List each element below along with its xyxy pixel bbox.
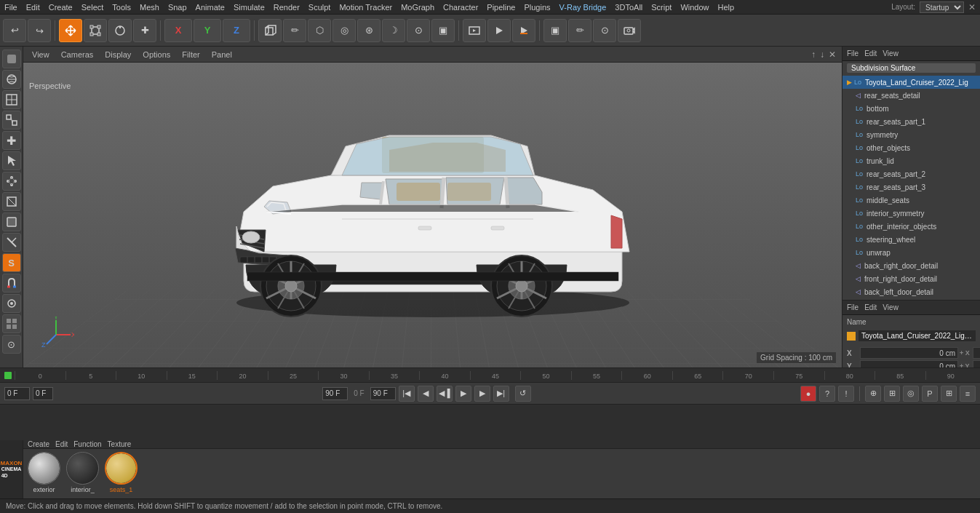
- left-tool-points[interactable]: [2, 172, 21, 191]
- viewport-icon-1[interactable]: ↑: [811, 49, 816, 60]
- curve-tool[interactable]: ☽: [382, 19, 405, 42]
- left-tool-solid[interactable]: [2, 49, 21, 68]
- undo-button[interactable]: ↩: [3, 19, 26, 42]
- motion-button[interactable]: ⊕: [865, 386, 881, 402]
- viewport-canvas[interactable]: Perspective: [23, 63, 842, 367]
- menu-sculpt[interactable]: Sculpt: [308, 3, 331, 12]
- start-frame-input[interactable]: [4, 387, 30, 400]
- select-tool[interactable]: ✚: [133, 19, 156, 42]
- layout-select[interactable]: Startup: [920, 1, 964, 13]
- left-tool-knife[interactable]: [2, 233, 21, 252]
- menu-vray-bridge[interactable]: V-Ray Bridge: [559, 3, 607, 12]
- motion2-button[interactable]: ⊞: [884, 386, 900, 402]
- play-button[interactable]: ▶: [455, 386, 471, 402]
- menu-plugins[interactable]: Plugins: [524, 3, 550, 12]
- mat-edit[interactable]: Edit: [55, 440, 68, 448]
- play-back-button[interactable]: ◀▐: [437, 386, 453, 402]
- sx-input[interactable]: [973, 347, 980, 359]
- left-tool-uv[interactable]: [2, 90, 21, 109]
- tree-item-11[interactable]: Lo steering_wheel: [842, 233, 980, 246]
- menu-mograph[interactable]: MoGraph: [401, 3, 434, 12]
- object-name-value[interactable]: Toyota_Land_Cruiser_2022_Light_: [859, 330, 976, 341]
- viewport-tab-cameras[interactable]: Cameras: [58, 49, 97, 60]
- material-swatch-seats[interactable]: [105, 452, 138, 485]
- viewport-tab-filter[interactable]: Filter: [179, 49, 202, 60]
- attr-file[interactable]: File: [847, 303, 859, 311]
- tree-item-10[interactable]: Lo other_interior_objects: [842, 220, 980, 233]
- menu-mesh[interactable]: Mesh: [140, 3, 159, 12]
- menu-window[interactable]: Window: [680, 3, 709, 12]
- record-button[interactable]: ●: [800, 386, 816, 402]
- tree-item-3[interactable]: Lo symmetry: [842, 128, 980, 141]
- left-tool-wireframe[interactable]: [2, 70, 21, 89]
- pencil-tool[interactable]: ✏: [283, 19, 306, 42]
- step-forward-button[interactable]: ▶: [474, 386, 490, 402]
- render-settings[interactable]: [512, 19, 535, 42]
- left-tool-snapping[interactable]: [2, 111, 21, 130]
- attr-view[interactable]: View: [883, 303, 899, 311]
- tree-item-9[interactable]: Lo interior_symmetry: [842, 207, 980, 220]
- tree-item-7[interactable]: Lo rear_seats_part_3: [842, 180, 980, 194]
- hex-tool[interactable]: ⬡: [308, 19, 331, 42]
- menu-select[interactable]: Select: [81, 3, 104, 12]
- x-axis-btn[interactable]: X: [164, 19, 192, 42]
- menu-script[interactable]: Script: [651, 3, 672, 12]
- left-tool-selection[interactable]: [2, 151, 21, 170]
- menu-edit[interactable]: Edit: [26, 3, 40, 12]
- left-tool-viewport-solo[interactable]: ⊙: [2, 335, 21, 354]
- timeline-track-area[interactable]: [0, 405, 980, 440]
- floor-tool[interactable]: ▣: [543, 19, 567, 42]
- go-end-button[interactable]: ▶|: [493, 386, 509, 402]
- menu-snap[interactable]: Snap: [168, 3, 187, 12]
- y-input[interactable]: [860, 360, 958, 367]
- viewport-icon-3[interactable]: ✕: [829, 49, 836, 60]
- end-frame-input[interactable]: [322, 387, 348, 400]
- viewport-tab-panel[interactable]: Panel: [209, 49, 235, 60]
- tree-item-4[interactable]: Lo other_objects: [842, 141, 980, 154]
- rotate-tool[interactable]: [108, 19, 132, 42]
- render-btn[interactable]: [487, 19, 511, 42]
- left-tool-faces[interactable]: [2, 212, 21, 231]
- viewport-icon-2[interactable]: ↓: [820, 49, 824, 60]
- sky-tool[interactable]: ✏: [568, 19, 591, 42]
- x-input[interactable]: [860, 347, 958, 359]
- header-edit[interactable]: Edit: [864, 49, 877, 57]
- header-file[interactable]: File: [847, 49, 859, 57]
- menu-help[interactable]: Help: [718, 3, 735, 12]
- menu-create[interactable]: Create: [49, 3, 73, 12]
- menu-character[interactable]: Character: [443, 3, 478, 12]
- z-axis-btn[interactable]: Z: [223, 19, 250, 42]
- left-tool-grid[interactable]: [2, 314, 21, 333]
- timeline-ruler[interactable]: 0 5 10 15 20 25 30 35 40 45 50 55 60 65 …: [0, 368, 980, 383]
- go-start-button[interactable]: |◀: [399, 386, 415, 402]
- menu-file[interactable]: File: [4, 3, 17, 12]
- circle-tool[interactable]: ◎: [332, 19, 356, 42]
- tree-item-root[interactable]: ▶ Lo Toyota_Land_Cruiser_2022_Lig: [842, 76, 980, 89]
- tree-item-5[interactable]: Lo trunk_lid: [842, 154, 980, 167]
- scale-tool[interactable]: [84, 19, 107, 42]
- light-tool[interactable]: ⊙: [593, 19, 616, 42]
- attr-edit[interactable]: Edit: [864, 303, 877, 311]
- tree-item-12[interactable]: Lo unwrap: [842, 246, 980, 259]
- autokey-button[interactable]: ?: [819, 386, 835, 402]
- render-region[interactable]: [463, 19, 486, 42]
- tree-item-15[interactable]: ◁ back_left_door_detail: [842, 285, 980, 298]
- material-swatch-exterior[interactable]: [28, 452, 60, 485]
- tree-item-14[interactable]: ◁ front_right_door_detail: [842, 272, 980, 285]
- viewport-tab-display[interactable]: Display: [102, 49, 134, 60]
- motion3-button[interactable]: ◎: [903, 386, 919, 402]
- menu-render[interactable]: Render: [274, 3, 300, 12]
- field-tool[interactable]: ▣: [431, 19, 455, 42]
- key-button[interactable]: !: [838, 386, 854, 402]
- timeline-settings[interactable]: ≡: [960, 386, 976, 402]
- current-frame-input[interactable]: [33, 387, 53, 400]
- motion5-button[interactable]: ⊞: [941, 386, 957, 402]
- deform-tool[interactable]: ⊙: [407, 19, 430, 42]
- camera-tool[interactable]: [618, 19, 641, 42]
- header-view[interactable]: View: [883, 49, 899, 57]
- tree-item-2[interactable]: Lo rear_seats_part_1: [842, 115, 980, 128]
- tree-item-13[interactable]: ◁ back_right_door_detail: [842, 259, 980, 272]
- step-back-button[interactable]: ◀: [418, 386, 434, 402]
- y-axis-btn[interactable]: Y: [194, 19, 221, 42]
- left-tool-add[interactable]: ✚: [2, 131, 21, 150]
